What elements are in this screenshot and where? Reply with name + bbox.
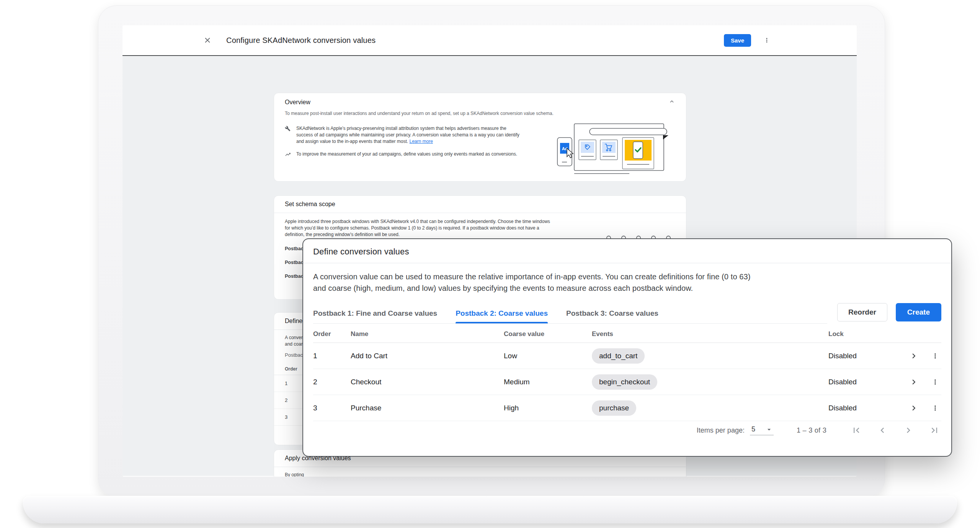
cell-coarse-value: High [504,404,592,412]
row-expand-chevron-icon[interactable] [900,351,927,361]
dialog-description-line: A conversion value can be used to measur… [313,271,941,282]
save-button[interactable]: Save [724,34,751,47]
trending-up-icon [285,151,291,159]
dropdown-arrow-icon [765,426,773,433]
overview-title: Overview [285,99,310,106]
app-bar: Configure SKAdNetwork conversion values … [122,25,857,56]
dialog-description-line: and coarse (high, medium, and low) value… [313,282,941,294]
cell-lock: Disabled [828,404,900,412]
more-options-icon[interactable] [762,34,772,46]
tab-postback-2[interactable]: Postback 2: Coarse values [456,309,548,318]
previous-page-icon[interactable] [877,425,888,436]
table-row: 3 Purchase High purchase Disabled [313,395,941,421]
row-more-options-icon[interactable] [927,404,943,412]
reorder-button[interactable]: Reorder [837,303,887,321]
overview-illustration: Ad [554,120,681,182]
learn-more-link[interactable]: Learn more [410,139,433,144]
row-expand-chevron-icon[interactable] [900,377,927,387]
next-page-icon[interactable] [903,425,914,436]
overview-card: Overview To measure post-install user in… [274,93,686,182]
table-row: 1 Add to Cart Low add_to_cart Disabled [313,343,941,369]
tab-postback-1[interactable]: Postback 1: Fine and Coarse values [313,309,437,318]
cell-order: 3 [313,404,351,412]
pagination-bar: Items per page: 5 1 – 3 of 3 [313,425,941,436]
wrench-icon [285,126,291,145]
column-header-order: Order [313,330,351,338]
laptop-mockup: Configure SKAdNetwork conversion values … [0,0,980,528]
dialog-title: Define conversion values [313,247,941,257]
column-header-coarse-value: Coarse value [504,330,592,338]
cell-coarse-value: Medium [504,378,592,386]
cell-order: 2 [313,378,351,386]
cell-name: Purchase [351,404,504,412]
overview-item: To improve the measurement of your ad ca… [285,151,530,159]
schema-scope-title: Set schema scope [285,201,335,208]
first-page-icon[interactable] [851,425,862,436]
collapse-chevron-icon[interactable] [668,98,675,107]
cell-lock: Disabled [828,352,900,360]
postback-tabs: Postback 1: Fine and Coarse values Postb… [313,309,827,324]
overview-subtitle: To measure post-install user interaction… [274,111,686,116]
conversion-values-table: Order Name Coarse value Events Lock 1 Ad… [313,325,941,421]
cell-name: Checkout [351,378,504,386]
overview-item-text: SKAdNetwork is Apple’s privacy-preservin… [296,126,519,144]
event-chip: add_to_cart [592,348,645,364]
table-row: 2 Checkout Medium begin_checkout Disable… [313,369,941,395]
define-conversion-values-dialog: Define conversion values A conversion va… [302,238,952,457]
page-title: Configure SKAdNetwork conversion values [226,36,376,45]
column-header-name: Name [351,330,504,338]
items-per-page-value: 5 [751,425,755,433]
svg-text:Ad: Ad [562,146,568,151]
row-expand-chevron-icon[interactable] [900,403,927,413]
tab-postback-3[interactable]: Postback 3: Coarse values [566,309,658,318]
items-per-page-label: Items per page: [697,426,745,435]
items-per-page-select[interactable]: 5 [750,425,774,435]
laptop-base [23,496,957,523]
schema-scope-description: Apple introduced three postback windows … [285,218,553,238]
row-more-options-icon[interactable] [927,352,943,360]
row-more-options-icon[interactable] [927,378,943,386]
close-icon[interactable] [201,34,214,47]
last-page-icon[interactable] [929,425,940,436]
cell-order: 1 [313,352,351,360]
column-header-lock: Lock [828,330,900,338]
pagination-range: 1 – 3 of 3 [797,426,826,435]
apply-values-text-fragment: By opting [285,472,675,477]
cell-lock: Disabled [828,378,900,386]
event-chip: purchase [592,400,636,416]
create-button[interactable]: Create [896,303,941,321]
cell-name: Add to Cart [351,352,504,360]
overview-item-text: To improve the measurement of your ad ca… [296,151,517,159]
overview-item: SKAdNetwork is Apple’s privacy-preservin… [285,125,530,145]
event-chip: begin_checkout [592,374,657,390]
column-header-events: Events [592,330,828,338]
cell-coarse-value: Low [504,352,592,360]
